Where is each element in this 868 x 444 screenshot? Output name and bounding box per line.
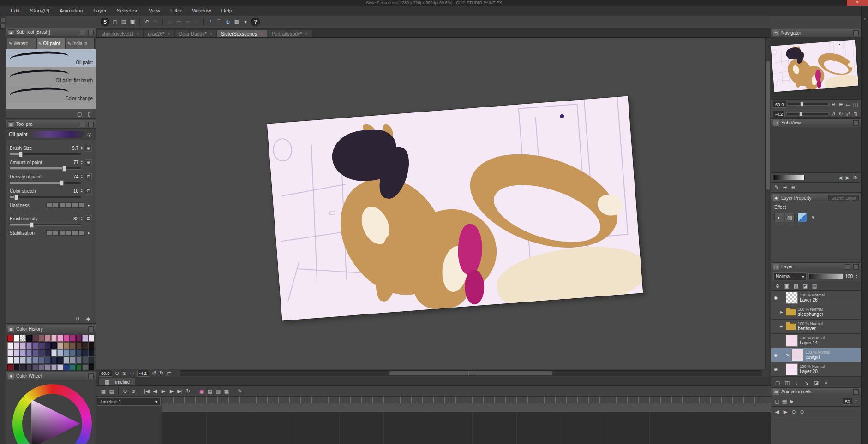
zoom-out-icon[interactable]: ⊖ xyxy=(114,370,120,377)
navigator-header[interactable]: ▭ Navigator xyxy=(771,29,861,37)
new-raster-layer-icon[interactable]: ▢ xyxy=(774,379,781,386)
tool-property-header[interactable]: ▤ Tool pro xyxy=(6,120,96,129)
rotate-left-icon[interactable]: ↺ xyxy=(151,370,157,377)
zoom-out-icon[interactable]: ⊖ xyxy=(790,408,797,415)
clip-below-icon[interactable]: ▤ xyxy=(811,283,818,289)
color-swatch[interactable] xyxy=(45,342,51,349)
navigator-zoom-value[interactable]: 60.0 xyxy=(773,101,786,108)
color-swatch[interactable] xyxy=(32,335,38,342)
close-tab-icon[interactable]: × xyxy=(168,31,170,36)
timeline-separator[interactable] xyxy=(233,388,233,394)
menu-item[interactable]: Story(P) xyxy=(25,8,54,13)
panel-menu-icon[interactable] xyxy=(853,30,859,36)
segment-selector[interactable] xyxy=(46,230,84,236)
color-swatch[interactable] xyxy=(7,335,13,342)
layer-thumbnail[interactable] xyxy=(786,363,798,375)
reset-rotation-icon[interactable]: ⇄ xyxy=(845,111,851,117)
slider-value[interactable]: 32 xyxy=(73,216,78,221)
prev-frame-icon[interactable]: ◀ xyxy=(152,388,158,394)
cel-value[interactable]: 50 xyxy=(843,398,852,405)
layer-name[interactable]: Layer 20 xyxy=(800,369,825,374)
slider-track[interactable] xyxy=(10,224,81,226)
color-history-header[interactable]: ▦ Color History xyxy=(6,325,96,333)
slider-value[interactable]: 77 xyxy=(73,160,78,165)
color-swatch[interactable] xyxy=(39,357,45,364)
alpha-lock-icon[interactable]: ⊘ xyxy=(774,283,781,289)
close-tab-icon[interactable]: × xyxy=(137,31,139,36)
reset-rotation-icon[interactable]: ⇄ xyxy=(166,370,172,377)
timeline-frames-area[interactable] xyxy=(162,397,771,444)
timeline-separator[interactable] xyxy=(195,388,195,394)
sub-tool-tab[interactable]: ✎ India in xyxy=(66,38,95,49)
color-swatch[interactable] xyxy=(51,335,57,342)
loop-play-icon[interactable]: ↻ xyxy=(185,388,192,394)
spinner-arrows-icon[interactable]: ▴▾ xyxy=(80,216,84,221)
deselect-icon[interactable]: ◌ xyxy=(193,19,199,25)
rotate-right-icon[interactable]: ↻ xyxy=(158,370,165,377)
layer-thumbnail[interactable] xyxy=(791,349,803,361)
navigator-rotation-value[interactable]: -4.2 xyxy=(773,111,785,118)
dock-handle-icon[interactable] xyxy=(0,24,5,29)
right-dock-strip[interactable]: » xyxy=(861,6,868,444)
menu-item[interactable]: Filter xyxy=(165,8,187,13)
snap-to-ruler-icon[interactable]: / xyxy=(207,19,214,25)
new-layer-folder-icon[interactable]: ◫ xyxy=(784,379,790,386)
timeline-separator[interactable] xyxy=(140,388,140,394)
grid-view-icon[interactable]: ▦ xyxy=(233,19,240,25)
color-swatch[interactable] xyxy=(51,364,57,371)
zoom-in-icon[interactable]: ⊕ xyxy=(838,101,844,107)
horizontal-scrollbar[interactable] xyxy=(180,370,762,376)
menu-item[interactable]: Window xyxy=(187,8,216,13)
spinner-arrows-icon[interactable]: ▴▾ xyxy=(80,160,84,165)
layer-row[interactable]: ◉ ▶ ✎ 100 % Normal cowgirl xyxy=(771,348,861,362)
color-swatch[interactable] xyxy=(64,349,70,356)
layer-row[interactable]: ◉ ▶ ✎ 100 % Normal sleephunger xyxy=(771,305,861,320)
zoom-value[interactable]: 60.0 xyxy=(99,370,112,377)
color-swatch[interactable] xyxy=(26,357,32,364)
navigator-rotation-slider[interactable] xyxy=(786,112,829,115)
csp-logo-icon[interactable]: S xyxy=(101,18,109,26)
color-swatch[interactable] xyxy=(76,349,82,356)
trash-icon[interactable]: ▯ xyxy=(86,111,92,117)
color-swatch[interactable] xyxy=(76,335,82,342)
new-timeline-icon[interactable]: ▦ xyxy=(100,388,107,394)
close-window-button[interactable]: × xyxy=(847,0,868,6)
create-mask-icon[interactable]: ◪ xyxy=(813,379,820,386)
color-swatch[interactable] xyxy=(39,342,45,349)
snap-to-grid-icon[interactable]: ψ xyxy=(225,19,231,25)
mask-icon[interactable]: ◪ xyxy=(802,283,808,289)
navigator-thumbnail[interactable] xyxy=(771,37,861,100)
color-swatch[interactable] xyxy=(76,357,82,364)
panel-menu-icon[interactable] xyxy=(80,122,85,127)
document-tab[interactable]: Portraitsbody* × xyxy=(267,30,311,37)
rotate-left-icon[interactable]: ↺ xyxy=(830,111,837,117)
edit-timeline-icon[interactable]: ✎ xyxy=(237,388,243,394)
color-swatch[interactable] xyxy=(39,349,45,356)
visibility-eye-icon[interactable]: ◉ xyxy=(773,296,778,300)
expand-folder-icon[interactable]: ▶ xyxy=(780,325,784,328)
color-swatch[interactable] xyxy=(57,357,63,364)
layer-row[interactable]: ◉ ▶ ✎ 100 % Normal Layer 20 xyxy=(771,362,861,377)
slider-track[interactable] xyxy=(10,196,81,198)
lock-layer-icon[interactable]: ▣ xyxy=(784,283,790,289)
layer-row[interactable]: ◉ ▶ ✎ 100 % Normal Layer 14 xyxy=(771,334,861,348)
color-swatch[interactable] xyxy=(57,349,63,356)
color-swatch[interactable] xyxy=(64,342,70,349)
layer-name[interactable]: Layer 26 xyxy=(800,297,825,303)
register-tool-settings-icon[interactable]: ◆ xyxy=(85,315,91,322)
canvas-viewport[interactable] xyxy=(96,38,771,369)
layer-row[interactable]: ◉ ▶ ✎ 100 % Normal bentover xyxy=(771,320,861,334)
color-swatch[interactable] xyxy=(70,335,76,342)
color-swatch[interactable] xyxy=(26,342,32,349)
sub-tool-panel-header[interactable]: ◪ Sub Tool [Brush] xyxy=(6,28,96,36)
color-swatch[interactable] xyxy=(32,342,38,349)
rotation-value[interactable]: -4.2 xyxy=(137,370,149,377)
slider-option-icon[interactable]: ▸ xyxy=(86,202,92,208)
rotate-right-icon[interactable]: ↻ xyxy=(838,111,844,117)
opacity-slider[interactable] xyxy=(808,273,843,279)
close-tab-icon[interactable]: × xyxy=(305,31,307,36)
color-swatch[interactable] xyxy=(26,364,32,371)
color-swatch[interactable] xyxy=(89,342,95,349)
layer-thumbnail[interactable] xyxy=(786,292,798,304)
color-swatch[interactable] xyxy=(45,364,51,371)
